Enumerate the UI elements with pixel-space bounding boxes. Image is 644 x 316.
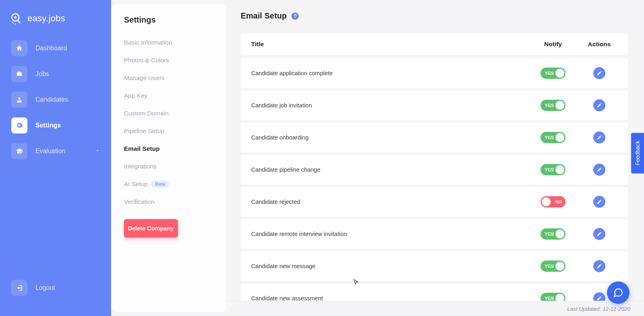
edit-button[interactable]: [593, 67, 605, 79]
settings-item-basic-information[interactable]: Basic Information: [111, 34, 226, 51]
row-title: Candidate new message: [247, 263, 529, 269]
help-icon[interactable]: ?: [291, 12, 299, 20]
notify-toggle[interactable]: NO: [541, 196, 566, 207]
toggle-text: YES: [545, 135, 554, 140]
row-actions: [577, 164, 621, 176]
toggle-text: YES: [545, 103, 554, 108]
table-row: Candidate remote interview invitationYES: [241, 219, 628, 249]
sidebar-item-label: Candidates: [35, 96, 68, 103]
pencil-icon: [597, 231, 602, 237]
notify-toggle[interactable]: YES: [541, 261, 566, 272]
toggle-knob: [555, 133, 564, 142]
settings-item-custom-domain[interactable]: Custom Domain: [111, 105, 226, 122]
pencil-icon: [597, 167, 602, 172]
pencil-icon: [597, 295, 602, 301]
row-notify: YES: [529, 164, 577, 175]
row-actions: [577, 260, 621, 272]
brand-logo[interactable]: easy.jobs: [7, 8, 104, 37]
sidebar: easy.jobs Dashboard Jobs Candidates: [0, 0, 111, 316]
row-notify: YES: [529, 100, 577, 111]
settings-item-label: Manage Users: [124, 74, 165, 82]
edit-button[interactable]: [593, 196, 605, 208]
chat-bubble-button[interactable]: [607, 281, 630, 304]
toggle-text: YES: [545, 296, 554, 301]
user-icon: [11, 92, 27, 108]
notify-toggle[interactable]: YES: [541, 164, 566, 175]
settings-item-label: Custom Domain: [124, 110, 169, 117]
row-notify: YES: [529, 228, 577, 240]
notify-toggle[interactable]: YES: [541, 228, 566, 240]
settings-item-label: Email Setup: [124, 145, 160, 152]
table-body: Candidate application completeYESCandida…: [241, 58, 628, 313]
settings-submenu: Settings Basic Information Photos & Colo…: [111, 4, 226, 312]
edit-button[interactable]: [593, 260, 605, 272]
toggle-text: NO: [555, 199, 562, 204]
table-row: Candidate pipeline changeYES: [241, 155, 628, 185]
main-content: Email Setup ? Title Notify Actions Candi…: [226, 0, 644, 316]
chat-icon: [613, 287, 623, 298]
sidebar-item-label: Jobs: [35, 70, 49, 78]
notify-toggle[interactable]: YES: [541, 100, 566, 111]
settings-item-ai-setup[interactable]: AI Setup Beta: [111, 176, 226, 193]
row-title: Candidate application complete: [247, 70, 529, 76]
svg-point-2: [13, 23, 14, 24]
beta-badge: Beta: [151, 181, 169, 188]
row-notify: YES: [529, 132, 577, 143]
row-title: Candidate job invitation: [247, 102, 529, 109]
row-notify: YES: [529, 68, 577, 79]
logout-button[interactable]: Logout: [7, 277, 104, 308]
briefcase-icon: [11, 66, 27, 82]
toggle-text: YES: [545, 232, 554, 236]
logout-label: Logout: [35, 284, 55, 291]
sidebar-item-label: Dashboard: [35, 45, 67, 52]
table-header: Title Notify Actions: [241, 33, 628, 55]
edit-button[interactable]: [593, 228, 605, 240]
notify-toggle[interactable]: YES: [541, 132, 566, 143]
row-title: Candidate rejected: [247, 199, 529, 205]
notify-toggle[interactable]: YES: [541, 68, 566, 79]
delete-company-button[interactable]: Delete Company: [124, 219, 178, 238]
page-title: Email Setup: [241, 11, 287, 21]
settings-item-label: Verification: [124, 198, 155, 205]
sidebar-item-candidates[interactable]: Candidates: [7, 88, 104, 111]
settings-item-email-setup[interactable]: Email Setup: [111, 140, 226, 157]
settings-item-integrations[interactable]: Integrations: [111, 158, 226, 175]
edit-button[interactable]: [593, 131, 605, 144]
settings-item-label: Integrations: [124, 163, 157, 170]
sidebar-item-jobs[interactable]: Jobs: [7, 63, 104, 85]
sidebar-item-evaluation[interactable]: Evaluation: [7, 140, 104, 162]
logo-icon: [9, 11, 23, 26]
last-updated-text: Last Updated: 12-11-2020: [567, 306, 630, 312]
pencil-icon: [597, 135, 602, 140]
pencil-icon: [597, 199, 602, 205]
sidebar-item-label: Settings: [35, 122, 61, 129]
svg-point-4: [12, 22, 13, 23]
toggle-knob: [555, 165, 564, 174]
row-title: Candidate pipeline change: [247, 166, 529, 173]
toggle-knob: [555, 230, 564, 238]
primary-nav: Dashboard Jobs Candidates Settings: [7, 37, 104, 162]
toggle-knob: [555, 101, 564, 110]
sidebar-item-label: Evaluation: [35, 148, 66, 155]
svg-point-5: [18, 97, 21, 100]
graduation-cap-icon: [11, 143, 27, 159]
settings-item-verification[interactable]: Verification: [111, 193, 226, 210]
settings-item-manage-users[interactable]: Manage Users: [111, 70, 226, 86]
feedback-tab[interactable]: Feedback: [631, 133, 644, 173]
settings-item-label: App Key: [124, 92, 148, 99]
sidebar-item-dashboard[interactable]: Dashboard: [7, 37, 104, 60]
row-notify: YES: [529, 261, 577, 272]
col-actions: Actions: [577, 41, 621, 48]
settings-item-pipeline-setup[interactable]: Pipeline Setup: [111, 123, 226, 140]
settings-item-photos-colors[interactable]: Photos & Colors: [111, 52, 226, 69]
row-actions: [577, 196, 621, 208]
page-header: Email Setup ?: [241, 11, 628, 21]
edit-button[interactable]: [593, 164, 605, 176]
pencil-icon: [597, 263, 602, 269]
toggle-knob: [555, 69, 564, 78]
col-title: Title: [247, 41, 529, 48]
edit-button[interactable]: [593, 99, 605, 111]
sidebar-item-settings[interactable]: Settings: [7, 114, 104, 137]
row-notify: NO: [529, 196, 577, 207]
settings-item-app-key[interactable]: App Key: [111, 87, 226, 104]
